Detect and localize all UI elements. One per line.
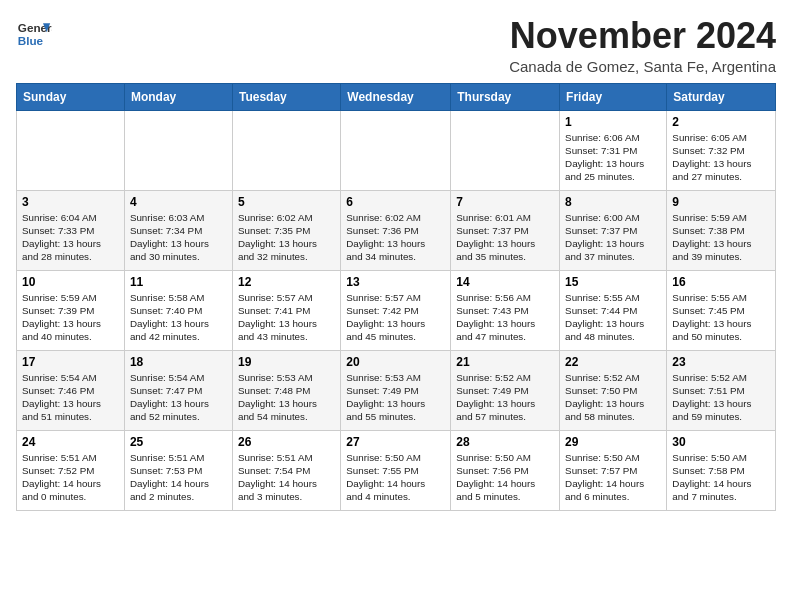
- header-tuesday: Tuesday: [232, 83, 340, 110]
- header-monday: Monday: [124, 83, 232, 110]
- calendar-cell: 23Sunrise: 5:52 AMSunset: 7:51 PMDayligh…: [667, 350, 776, 430]
- calendar-cell: 12Sunrise: 5:57 AMSunset: 7:41 PMDayligh…: [232, 270, 340, 350]
- day-info: Sunrise: 6:05 AMSunset: 7:32 PMDaylight:…: [672, 131, 770, 184]
- day-number: 4: [130, 195, 227, 209]
- header-thursday: Thursday: [451, 83, 560, 110]
- day-number: 23: [672, 355, 770, 369]
- day-number: 27: [346, 435, 445, 449]
- day-info: Sunrise: 5:56 AMSunset: 7:43 PMDaylight:…: [456, 291, 554, 344]
- calendar-cell: 3Sunrise: 6:04 AMSunset: 7:33 PMDaylight…: [17, 190, 125, 270]
- page-header: General Blue November 2024 Canada de Gom…: [16, 16, 776, 75]
- calendar-cell: [124, 110, 232, 190]
- day-info: Sunrise: 5:51 AMSunset: 7:53 PMDaylight:…: [130, 451, 227, 504]
- calendar-cell: 2Sunrise: 6:05 AMSunset: 7:32 PMDaylight…: [667, 110, 776, 190]
- logo-icon: General Blue: [16, 16, 52, 52]
- calendar-cell: 21Sunrise: 5:52 AMSunset: 7:49 PMDayligh…: [451, 350, 560, 430]
- day-info: Sunrise: 5:55 AMSunset: 7:45 PMDaylight:…: [672, 291, 770, 344]
- svg-text:Blue: Blue: [18, 34, 44, 47]
- day-number: 20: [346, 355, 445, 369]
- day-number: 29: [565, 435, 661, 449]
- day-number: 24: [22, 435, 119, 449]
- week-row-2: 10Sunrise: 5:59 AMSunset: 7:39 PMDayligh…: [17, 270, 776, 350]
- week-row-1: 3Sunrise: 6:04 AMSunset: 7:33 PMDaylight…: [17, 190, 776, 270]
- day-number: 12: [238, 275, 335, 289]
- week-row-0: 1Sunrise: 6:06 AMSunset: 7:31 PMDaylight…: [17, 110, 776, 190]
- calendar-cell: [451, 110, 560, 190]
- day-number: 25: [130, 435, 227, 449]
- day-number: 7: [456, 195, 554, 209]
- calendar-cell: [341, 110, 451, 190]
- week-row-3: 17Sunrise: 5:54 AMSunset: 7:46 PMDayligh…: [17, 350, 776, 430]
- day-info: Sunrise: 6:06 AMSunset: 7:31 PMDaylight:…: [565, 131, 661, 184]
- calendar-cell: 18Sunrise: 5:54 AMSunset: 7:47 PMDayligh…: [124, 350, 232, 430]
- calendar-cell: 24Sunrise: 5:51 AMSunset: 7:52 PMDayligh…: [17, 430, 125, 510]
- calendar-cell: 22Sunrise: 5:52 AMSunset: 7:50 PMDayligh…: [560, 350, 667, 430]
- calendar-cell: 4Sunrise: 6:03 AMSunset: 7:34 PMDaylight…: [124, 190, 232, 270]
- day-info: Sunrise: 5:57 AMSunset: 7:41 PMDaylight:…: [238, 291, 335, 344]
- day-info: Sunrise: 6:00 AMSunset: 7:37 PMDaylight:…: [565, 211, 661, 264]
- logo: General Blue: [16, 16, 52, 52]
- calendar-cell: 13Sunrise: 5:57 AMSunset: 7:42 PMDayligh…: [341, 270, 451, 350]
- day-info: Sunrise: 5:54 AMSunset: 7:46 PMDaylight:…: [22, 371, 119, 424]
- calendar-cell: [232, 110, 340, 190]
- calendar-cell: 10Sunrise: 5:59 AMSunset: 7:39 PMDayligh…: [17, 270, 125, 350]
- day-number: 13: [346, 275, 445, 289]
- month-title: November 2024: [509, 16, 776, 56]
- week-row-4: 24Sunrise: 5:51 AMSunset: 7:52 PMDayligh…: [17, 430, 776, 510]
- day-info: Sunrise: 5:51 AMSunset: 7:54 PMDaylight:…: [238, 451, 335, 504]
- day-info: Sunrise: 5:53 AMSunset: 7:49 PMDaylight:…: [346, 371, 445, 424]
- day-number: 15: [565, 275, 661, 289]
- calendar-cell: 26Sunrise: 5:51 AMSunset: 7:54 PMDayligh…: [232, 430, 340, 510]
- day-info: Sunrise: 5:59 AMSunset: 7:38 PMDaylight:…: [672, 211, 770, 264]
- header-wednesday: Wednesday: [341, 83, 451, 110]
- day-number: 19: [238, 355, 335, 369]
- header-saturday: Saturday: [667, 83, 776, 110]
- day-info: Sunrise: 5:50 AMSunset: 7:58 PMDaylight:…: [672, 451, 770, 504]
- day-number: 11: [130, 275, 227, 289]
- calendar-cell: 15Sunrise: 5:55 AMSunset: 7:44 PMDayligh…: [560, 270, 667, 350]
- day-number: 3: [22, 195, 119, 209]
- calendar-table: SundayMondayTuesdayWednesdayThursdayFrid…: [16, 83, 776, 511]
- day-number: 22: [565, 355, 661, 369]
- day-info: Sunrise: 5:53 AMSunset: 7:48 PMDaylight:…: [238, 371, 335, 424]
- calendar-cell: 30Sunrise: 5:50 AMSunset: 7:58 PMDayligh…: [667, 430, 776, 510]
- header-sunday: Sunday: [17, 83, 125, 110]
- day-info: Sunrise: 5:52 AMSunset: 7:50 PMDaylight:…: [565, 371, 661, 424]
- day-info: Sunrise: 5:58 AMSunset: 7:40 PMDaylight:…: [130, 291, 227, 344]
- day-info: Sunrise: 6:03 AMSunset: 7:34 PMDaylight:…: [130, 211, 227, 264]
- day-number: 16: [672, 275, 770, 289]
- calendar-cell: 1Sunrise: 6:06 AMSunset: 7:31 PMDaylight…: [560, 110, 667, 190]
- day-number: 17: [22, 355, 119, 369]
- day-number: 14: [456, 275, 554, 289]
- day-info: Sunrise: 5:52 AMSunset: 7:51 PMDaylight:…: [672, 371, 770, 424]
- calendar-cell: [17, 110, 125, 190]
- day-info: Sunrise: 5:55 AMSunset: 7:44 PMDaylight:…: [565, 291, 661, 344]
- day-info: Sunrise: 6:02 AMSunset: 7:36 PMDaylight:…: [346, 211, 445, 264]
- day-number: 30: [672, 435, 770, 449]
- day-number: 8: [565, 195, 661, 209]
- day-number: 18: [130, 355, 227, 369]
- day-info: Sunrise: 5:51 AMSunset: 7:52 PMDaylight:…: [22, 451, 119, 504]
- calendar-cell: 8Sunrise: 6:00 AMSunset: 7:37 PMDaylight…: [560, 190, 667, 270]
- day-number: 2: [672, 115, 770, 129]
- day-number: 21: [456, 355, 554, 369]
- calendar-cell: 27Sunrise: 5:50 AMSunset: 7:55 PMDayligh…: [341, 430, 451, 510]
- calendar-cell: 20Sunrise: 5:53 AMSunset: 7:49 PMDayligh…: [341, 350, 451, 430]
- calendar-cell: 28Sunrise: 5:50 AMSunset: 7:56 PMDayligh…: [451, 430, 560, 510]
- calendar-cell: 11Sunrise: 5:58 AMSunset: 7:40 PMDayligh…: [124, 270, 232, 350]
- calendar-cell: 14Sunrise: 5:56 AMSunset: 7:43 PMDayligh…: [451, 270, 560, 350]
- day-info: Sunrise: 5:52 AMSunset: 7:49 PMDaylight:…: [456, 371, 554, 424]
- calendar-cell: 29Sunrise: 5:50 AMSunset: 7:57 PMDayligh…: [560, 430, 667, 510]
- header-friday: Friday: [560, 83, 667, 110]
- calendar-cell: 6Sunrise: 6:02 AMSunset: 7:36 PMDaylight…: [341, 190, 451, 270]
- calendar-cell: 19Sunrise: 5:53 AMSunset: 7:48 PMDayligh…: [232, 350, 340, 430]
- day-info: Sunrise: 5:50 AMSunset: 7:57 PMDaylight:…: [565, 451, 661, 504]
- day-info: Sunrise: 6:04 AMSunset: 7:33 PMDaylight:…: [22, 211, 119, 264]
- day-number: 28: [456, 435, 554, 449]
- day-number: 5: [238, 195, 335, 209]
- day-number: 1: [565, 115, 661, 129]
- location-title: Canada de Gomez, Santa Fe, Argentina: [509, 58, 776, 75]
- day-info: Sunrise: 6:02 AMSunset: 7:35 PMDaylight:…: [238, 211, 335, 264]
- calendar-cell: 7Sunrise: 6:01 AMSunset: 7:37 PMDaylight…: [451, 190, 560, 270]
- calendar-cell: 25Sunrise: 5:51 AMSunset: 7:53 PMDayligh…: [124, 430, 232, 510]
